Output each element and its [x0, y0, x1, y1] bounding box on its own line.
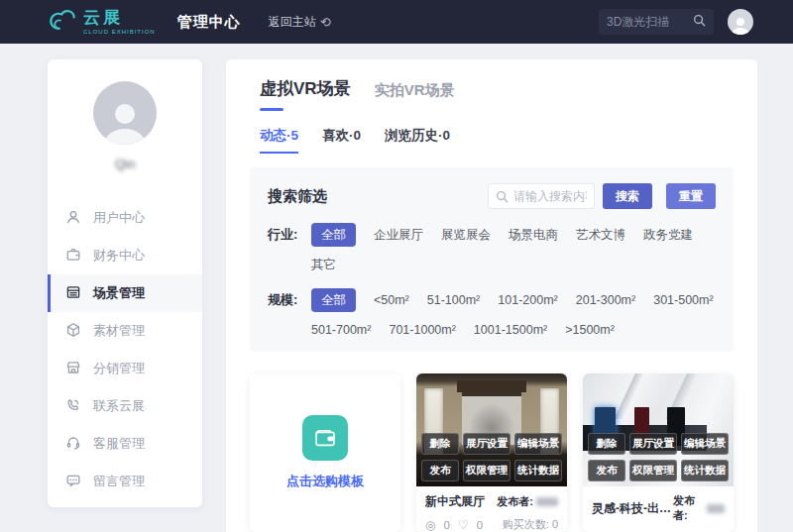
filter-search-input[interactable]	[513, 189, 587, 203]
headset-icon	[65, 435, 81, 454]
sidebar-item-label: 财务中心	[93, 247, 145, 265]
cloud-logo-icon	[48, 8, 77, 36]
industry-option[interactable]: 艺术文博	[576, 225, 625, 245]
message-icon	[65, 473, 81, 491]
phone-icon	[65, 397, 81, 416]
permissions-button[interactable]: 权限管理	[463, 460, 510, 481]
scale-option[interactable]: 301-500m²	[653, 290, 713, 310]
scene-card-grid: 点击选购模板 删除 展厅设置 编辑场景 发布 权限管理	[226, 352, 757, 532]
tab-real-vr-scenes[interactable]: 实拍VR场景	[375, 81, 455, 100]
subtab-dynamic[interactable]: 动态·5	[260, 127, 298, 154]
statistics-button[interactable]: 统计数据	[514, 460, 562, 481]
scene-thumbnail[interactable]: 删除 展厅设置 编辑场景 发布 权限管理 统计数据	[416, 373, 567, 486]
scale-option[interactable]: <50m²	[374, 290, 409, 310]
hall-settings-button[interactable]: 展厅设置	[463, 433, 510, 455]
sidebar-menu: 用户中心 财务中心 场景管理 素材管理	[48, 199, 202, 500]
likes-icon: ♡	[458, 518, 469, 532]
sidebar-item-label: 场景管理	[93, 284, 145, 302]
scale-option[interactable]: 501-700m²	[311, 320, 371, 340]
scale-option[interactable]: 701-1000m²	[389, 320, 455, 340]
scale-option[interactable]: 101-200m²	[498, 290, 557, 310]
publish-button[interactable]: 发布	[588, 460, 625, 481]
industry-option-all[interactable]: 全部	[311, 223, 356, 247]
topbar-search-input[interactable]	[607, 15, 693, 29]
logo-title: 云展	[83, 9, 156, 26]
return-arrow-icon: ⟲	[320, 15, 331, 30]
industry-option[interactable]: 展览展会	[441, 225, 491, 245]
sidebar-item-label: 留言管理	[93, 473, 145, 490]
publisher-name-blurred	[536, 497, 558, 506]
main-content: 虚拟VR场景 实拍VR场景 动态·5 喜欢·0 浏览历史·0 搜索筛选	[226, 59, 757, 532]
scene-title: 新中式展厅	[425, 493, 485, 510]
sidebar-item-finance-center[interactable]: 财务中心	[48, 237, 202, 274]
reset-button[interactable]: 重置	[666, 183, 716, 209]
topbar: 云展 CLOUD EXHIBITION 管理中心 返回主站 ⟲	[0, 0, 793, 44]
search-icon	[496, 190, 509, 203]
username: Qin	[48, 157, 202, 171]
sidebar: Qin 用户中心 财务中心 场景管理	[48, 59, 202, 507]
search-icon[interactable]	[693, 13, 706, 31]
scale-option-all[interactable]: 全部	[311, 288, 356, 312]
sidebar-item-label: 联系云展	[93, 397, 145, 415]
scale-option[interactable]: 201-300m²	[576, 290, 635, 310]
purchases-count: 0	[552, 518, 558, 530]
scale-option[interactable]: 51-100m²	[427, 290, 481, 310]
scene-title: 灵感-科技-出众-3D...	[592, 500, 673, 517]
scale-option[interactable]: >1500m²	[565, 320, 615, 340]
subtab-likes[interactable]: 喜欢·0	[322, 127, 361, 154]
views-count: 0	[443, 519, 449, 531]
sidebar-item-contact-yunzhan[interactable]: 联系云展	[48, 387, 202, 425]
sidebar-item-distribution-management[interactable]: 分销管理	[48, 350, 202, 387]
edit-scene-button[interactable]: 编辑场景	[681, 433, 729, 455]
delete-button[interactable]: 删除	[421, 433, 459, 455]
search-button[interactable]: 搜索	[603, 183, 652, 209]
cube-icon	[65, 322, 81, 341]
industry-option[interactable]: 其它	[311, 255, 336, 274]
scale-label: 规模:	[268, 288, 311, 340]
purchases-label: 购买次数:	[503, 518, 549, 530]
publisher-label: 发布者:	[673, 493, 704, 523]
filter-search-box[interactable]	[488, 183, 595, 209]
publish-button[interactable]: 发布	[421, 460, 459, 481]
topbar-search[interactable]	[599, 9, 714, 35]
store-icon	[65, 360, 81, 378]
sidebar-item-customer-service[interactable]: 客服管理	[48, 425, 202, 463]
industry-option[interactable]: 企业展厅	[374, 225, 423, 245]
subtab-history[interactable]: 浏览历史·0	[385, 127, 450, 154]
hall-settings-button[interactable]: 展厅设置	[629, 433, 677, 455]
user-icon	[65, 209, 81, 228]
scale-filter-row: 规模: 全部 <50m² 51-100m² 101-200m² 201-300m…	[268, 288, 716, 340]
industry-label: 行业:	[268, 223, 311, 274]
edit-scene-button[interactable]: 编辑场景	[514, 433, 562, 455]
tab-virtual-vr-scenes[interactable]: 虚拟VR场景	[260, 77, 351, 100]
topbar-avatar[interactable]	[728, 9, 753, 35]
delete-button[interactable]: 删除	[588, 433, 625, 455]
industry-option[interactable]: 政务党建	[643, 225, 693, 245]
statistics-button[interactable]: 统计数据	[681, 460, 729, 481]
user-avatar[interactable]	[93, 81, 157, 145]
wallet-icon	[65, 247, 81, 266]
sidebar-item-label: 客服管理	[93, 435, 145, 453]
sidebar-item-material-management[interactable]: 素材管理	[48, 312, 202, 350]
scale-option[interactable]: 1001-1500m²	[474, 320, 547, 340]
sidebar-item-message-management[interactable]: 留言管理	[48, 463, 202, 500]
sidebar-item-user-center[interactable]: 用户中心	[48, 199, 202, 237]
sidebar-item-scene-management[interactable]: 场景管理	[48, 274, 202, 312]
filter-panel: 搜索筛选 搜索 重置 行业: 全部 企业展厅	[250, 167, 734, 352]
back-link-label: 返回主站	[269, 14, 316, 31]
views-icon: ◎	[425, 518, 435, 532]
industry-option[interactable]: 场景电商	[509, 225, 558, 245]
decor-lattice	[457, 380, 526, 393]
industry-filter-row: 行业: 全部 企业展厅 展览展会 场景电商 艺术文博 政务党建 其它	[268, 223, 716, 274]
app-logo[interactable]: 云展 CLOUD EXHIBITION	[48, 8, 156, 36]
publisher-name-blurred	[707, 504, 725, 513]
filter-title: 搜索筛选	[268, 187, 327, 206]
scene-card: 删除 展厅设置 编辑场景 发布 权限管理 统计数据 新中式展厅 发布者:	[416, 373, 567, 532]
back-to-site-link[interactable]: 返回主站 ⟲	[269, 14, 331, 31]
buy-template-card[interactable]: 点击选购模板	[250, 373, 400, 532]
scene-thumbnail[interactable]: 删除 展厅设置 编辑场景 发布 权限管理 统计数据	[583, 373, 734, 486]
permissions-button[interactable]: 权限管理	[629, 460, 677, 481]
buy-template-label: 点击选购模板	[286, 473, 364, 490]
page-tabs: 虚拟VR场景 实拍VR场景	[226, 77, 757, 100]
wallet-shop-icon	[302, 415, 348, 461]
